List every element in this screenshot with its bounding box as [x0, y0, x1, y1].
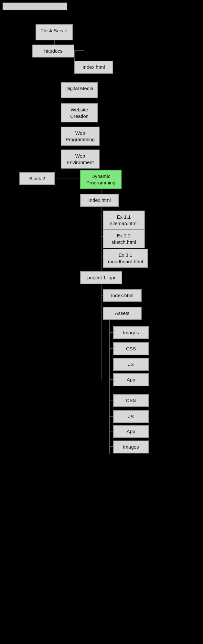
connector-line — [74, 50, 84, 51]
node-index3: Index.html — [103, 289, 142, 302]
node-images1: Images — [113, 326, 149, 339]
node-ex11: Ex 1.1 sitemap.html — [103, 211, 145, 230]
node-proj1api: project 1_api — [80, 271, 122, 284]
node-js1: JS — [113, 358, 149, 371]
connector-line — [65, 179, 81, 179]
connector-spine — [65, 56, 65, 189]
node-dynprog: Dynamic Programming — [80, 170, 122, 189]
node-css1: CSS — [113, 342, 149, 355]
node-js2: JS — [113, 410, 149, 423]
connector-spine — [101, 200, 102, 284]
node-webprog: Web Programming — [61, 127, 100, 146]
node-images2: Images — [113, 441, 149, 453]
node-index1: Index.html — [74, 61, 113, 74]
node-ex31: Ex 3.1 moodboard.html — [103, 249, 148, 268]
node-digital: Digital Media — [61, 82, 98, 98]
node-plesk: Plesk Server — [36, 24, 73, 40]
connector-line — [55, 179, 65, 179]
node-website: Website Creation — [61, 103, 98, 122]
node-webenv: Web Environment — [61, 150, 100, 169]
node-block2: Block 2 — [19, 172, 55, 185]
page-title — [3, 3, 67, 10]
node-app2: App — [113, 425, 149, 438]
node-ex22: Ex 2.2 sketch.html — [103, 229, 145, 248]
node-css2: CSS — [113, 394, 149, 407]
connector-spine — [101, 283, 102, 380]
node-index2: Index.html — [80, 194, 119, 207]
node-httpdocs: httpdocs — [32, 45, 74, 57]
connector-spine — [109, 318, 110, 454]
node-app1: App — [113, 373, 149, 386]
node-assets: Assets — [103, 307, 142, 320]
